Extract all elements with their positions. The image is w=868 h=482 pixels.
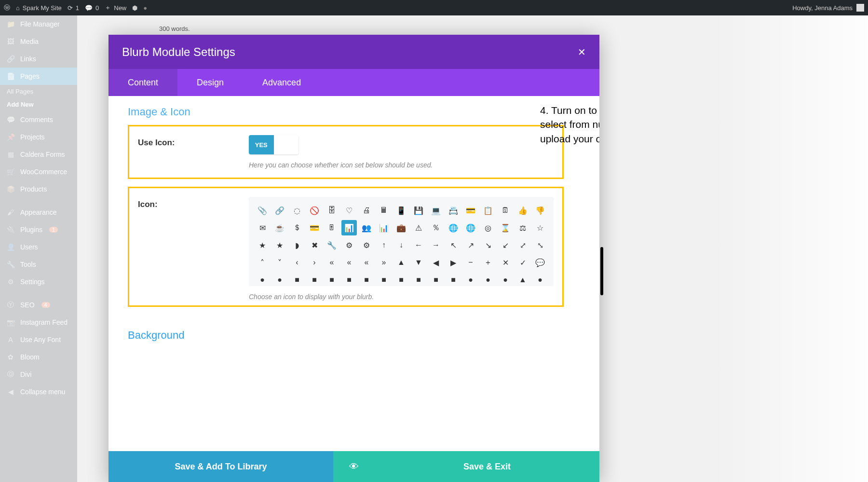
icon-option[interactable]: ✖ [307,237,322,253]
icon-option[interactable]: 💾 [411,203,426,218]
icon-option[interactable]: 💳 [463,203,478,218]
comments-link[interactable]: 💬 0 [85,4,99,12]
icon-option[interactable]: 🗓 [498,203,513,218]
icon-option[interactable]: 💬 [532,255,548,270]
icon-option[interactable]: ■ [376,272,392,286]
icon-option[interactable]: « [324,255,339,270]
icon-option[interactable]: ⚙ [341,237,357,253]
icon-option[interactable]: ■ [446,272,461,286]
icon-option[interactable]: ■ [428,272,444,286]
icon-option[interactable]: ↖ [446,237,461,253]
icon-option[interactable]: 🚫 [307,203,322,218]
icon-option[interactable]: ▲ [515,272,530,286]
icon-option[interactable]: ★ [272,237,287,253]
icon-option[interactable]: ＋ [480,255,496,270]
icon-option[interactable]: » [376,255,392,270]
icon-option[interactable]: 👥 [359,220,374,235]
icon-option[interactable]: 🌐 [463,220,478,235]
new-link[interactable]: ＋ New [105,3,126,12]
icon-option[interactable]: ■ [411,272,426,286]
icon-option[interactable]: ● [463,272,478,286]
save-exit-button[interactable]: Save & Exit [375,451,599,482]
yoast-icon[interactable]: ⬢ [132,4,137,12]
icon-option[interactable]: ▲ [393,255,409,270]
icon-option[interactable]: ◌ [289,203,305,218]
icon-option[interactable]: 👍 [515,203,530,218]
wp-logo-icon[interactable]: ⓦ [4,3,10,12]
icon-option[interactable]: 🎚 [324,220,339,235]
icon-option[interactable]: ⚠ [411,220,426,235]
icon-option[interactable]: 🖩 [376,203,392,218]
icon-option[interactable]: 🌐 [446,220,461,235]
icon-option[interactable]: ● [272,272,287,286]
icon-option[interactable]: ↗ [463,237,478,253]
icon-option[interactable]: 📎 [255,203,270,218]
icon-option[interactable]: ● [532,272,548,286]
save-add-library-button[interactable]: Save & Add To Library [108,451,333,482]
icon-option[interactable]: 📊 [341,220,357,235]
icon-option[interactable]: ↑ [376,237,392,253]
icon-option[interactable]: ‹ [289,255,305,270]
site-name-link[interactable]: ⌂ Spark My Site [16,4,62,12]
icon-option[interactable]: ● [498,272,513,286]
icon-option[interactable]: ⤢ [515,237,530,253]
icon-option[interactable]: ★ [255,237,270,253]
icon-option[interactable]: ■ [341,272,357,286]
icon-option[interactable]: 🖨 [359,203,374,218]
icon-option[interactable]: ■ [393,272,409,286]
scrollbar-indicator[interactable] [600,247,603,295]
icon-option[interactable]: ▼ [411,255,426,270]
icon-option[interactable]: ⌛ [498,220,513,235]
icon-option[interactable]: 🗄 [324,203,339,218]
icon-option[interactable]: ％ [428,220,444,235]
tab-advanced[interactable]: Advanced [243,69,320,96]
icon-option[interactable]: − [463,255,478,270]
status-dot-icon[interactable]: ● [143,4,147,12]
icon-option[interactable]: ☆ [532,220,548,235]
icon-option[interactable]: ◀ [428,255,444,270]
icon-option[interactable]: 📋 [480,203,496,218]
section-background[interactable]: Background [128,329,580,342]
icon-option[interactable]: 🔧 [324,237,339,253]
icon-option[interactable]: → [428,237,444,253]
tab-content[interactable]: Content [108,69,177,96]
icon-option[interactable]: ▶ [446,255,461,270]
icon-option[interactable]: ＄ [289,220,305,235]
icon-option[interactable]: 💻 [428,203,444,218]
preview-button[interactable]: 👁 [333,451,375,482]
icon-option[interactable]: ↘ [480,237,496,253]
icon-option[interactable]: 💳 [307,220,322,235]
icon-option[interactable]: ↓ [393,237,409,253]
icon-option[interactable]: ◗ [289,237,305,253]
icon-option[interactable]: ◎ [480,220,496,235]
icon-option[interactable]: 📱 [393,203,409,218]
icon-option[interactable]: ● [255,272,270,286]
icon-option[interactable]: ⚖ [515,220,530,235]
icon-option[interactable]: ✓ [515,255,530,270]
icon-option[interactable]: ■ [289,272,305,286]
icon-option[interactable]: ■ [307,272,322,286]
icon-grid[interactable]: 📎🔗◌🚫🗄♡🖨🖩📱💾💻📇💳📋🗓👍👎✉☕＄💳🎚📊👥📊💼⚠％🌐🌐◎⌛⚖☆★★◗✖🔧⚙… [249,197,554,286]
avatar[interactable] [856,4,864,12]
icon-option[interactable]: ✉ [255,220,270,235]
icon-option[interactable]: ⚙ [359,237,374,253]
icon-option[interactable]: « [341,255,357,270]
icon-option[interactable]: ■ [359,272,374,286]
icon-option[interactable]: ✕ [498,255,513,270]
use-icon-toggle[interactable]: YES [249,135,298,154]
icon-option[interactable]: 📊 [376,220,392,235]
icon-option[interactable]: ˄ [255,255,270,270]
greeting-label[interactable]: Howdy, Jenna Adams [792,4,853,12]
icon-option[interactable]: ˅ [272,255,287,270]
updates-link[interactable]: ⟳ 1 [68,4,79,12]
tab-design[interactable]: Design [177,69,243,96]
icon-option[interactable]: 💼 [393,220,409,235]
icon-option[interactable]: ♡ [341,203,357,218]
close-button[interactable]: ✕ [578,46,586,58]
icon-option[interactable]: ■ [324,272,339,286]
icon-option[interactable]: ☕ [272,220,287,235]
icon-option[interactable]: 🔗 [272,203,287,218]
icon-option[interactable]: ↙ [498,237,513,253]
icon-option[interactable]: › [307,255,322,270]
icon-option[interactable]: ⤡ [532,237,548,253]
